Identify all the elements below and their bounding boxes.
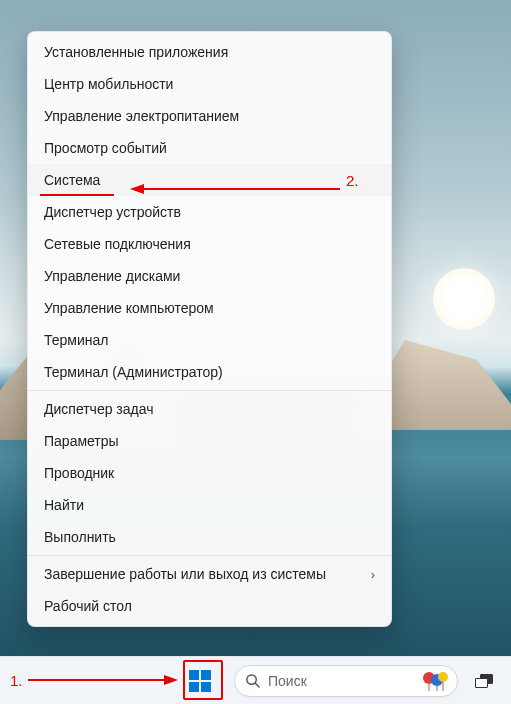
menu-item-label: Найти xyxy=(44,497,84,513)
svg-point-6 xyxy=(438,672,448,682)
menu-disk-management[interactable]: Управление дисками xyxy=(28,260,391,292)
start-button[interactable] xyxy=(180,661,220,701)
menu-item-label: Установленные приложения xyxy=(44,44,228,60)
menu-mobility-center[interactable]: Центр мобильности xyxy=(28,68,391,100)
task-view-icon xyxy=(475,674,493,688)
search-highlight-icon xyxy=(421,670,449,692)
menu-system[interactable]: Система xyxy=(28,164,391,196)
menu-item-label: Проводник xyxy=(44,465,114,481)
menu-terminal-admin[interactable]: Терминал (Администратор) xyxy=(28,356,391,388)
desktop-sun xyxy=(433,268,495,330)
menu-item-label: Параметры xyxy=(44,433,119,449)
menu-event-viewer[interactable]: Просмотр событий xyxy=(28,132,391,164)
menu-item-label: Управление дисками xyxy=(44,268,180,284)
svg-line-3 xyxy=(255,683,259,687)
taskbar: Поиск xyxy=(0,656,511,704)
menu-computer-management[interactable]: Управление компьютером xyxy=(28,292,391,324)
menu-item-label: Диспетчер устройств xyxy=(44,204,181,220)
menu-task-manager[interactable]: Диспетчер задач xyxy=(28,393,391,425)
menu-item-label: Терминал (Администратор) xyxy=(44,364,223,380)
windows-logo-icon xyxy=(189,670,211,692)
menu-item-label: Управление компьютером xyxy=(44,300,214,316)
menu-desktop[interactable]: Рабочий стол xyxy=(28,590,391,622)
menu-run[interactable]: Выполнить xyxy=(28,521,391,553)
menu-item-label: Просмотр событий xyxy=(44,140,167,156)
menu-item-label: Центр мобильности xyxy=(44,76,173,92)
menu-item-label: Система xyxy=(44,172,100,188)
taskbar-search[interactable]: Поиск xyxy=(234,665,458,697)
menu-settings[interactable]: Параметры xyxy=(28,425,391,457)
menu-installed-apps[interactable]: Установленные приложения xyxy=(28,36,391,68)
menu-device-manager[interactable]: Диспетчер устройств xyxy=(28,196,391,228)
search-placeholder: Поиск xyxy=(268,673,421,689)
menu-file-explorer[interactable]: Проводник xyxy=(28,457,391,489)
annotation-label-2: 2. xyxy=(346,172,359,189)
menu-separator xyxy=(28,555,391,556)
chevron-right-icon: › xyxy=(371,567,375,582)
menu-item-label: Сетевые подключения xyxy=(44,236,191,252)
menu-search[interactable]: Найти xyxy=(28,489,391,521)
task-view-button[interactable] xyxy=(470,667,498,695)
menu-separator xyxy=(28,390,391,391)
winx-context-menu: Установленные приложенияЦентр мобильност… xyxy=(27,31,392,627)
menu-terminal[interactable]: Терминал xyxy=(28,324,391,356)
annotation-label-1: 1. xyxy=(10,672,23,689)
menu-item-label: Рабочий стол xyxy=(44,598,132,614)
annotation-underline-system xyxy=(40,194,114,196)
menu-network-connections[interactable]: Сетевые подключения xyxy=(28,228,391,260)
search-icon xyxy=(245,673,260,688)
menu-item-label: Терминал xyxy=(44,332,108,348)
menu-item-label: Завершение работы или выход из системы xyxy=(44,566,326,582)
menu-item-label: Управление электропитанием xyxy=(44,108,239,124)
menu-item-label: Выполнить xyxy=(44,529,116,545)
menu-power-options[interactable]: Управление электропитанием xyxy=(28,100,391,132)
menu-item-label: Диспетчер задач xyxy=(44,401,154,417)
menu-shutdown-signout[interactable]: Завершение работы или выход из системы› xyxy=(28,558,391,590)
